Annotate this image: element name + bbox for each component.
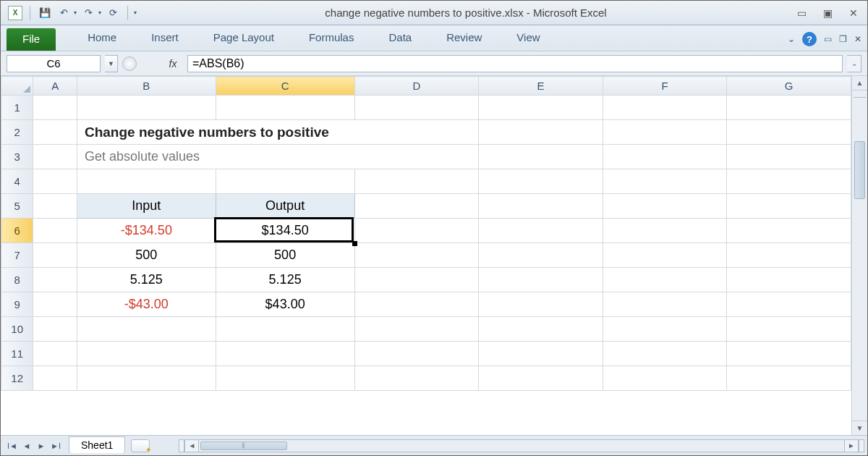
expand-formula-bar-icon[interactable]: ⌄	[847, 55, 861, 72]
scroll-down-icon[interactable]: ▼	[852, 421, 867, 435]
sheet-tab-bar: I◄ ◄ ► ►I Sheet1 ◄ ►	[1, 435, 867, 455]
tab-formulas[interactable]: Formulas	[292, 27, 372, 51]
title-bar: X 💾 ↶▾ ↷▾ ⟳ ▾ change negative numbers to…	[1, 1, 867, 25]
row-header-3[interactable]: 3	[1, 145, 33, 169]
row-header-6[interactable]: 6	[1, 219, 33, 243]
close-icon[interactable]: ✕	[847, 7, 860, 20]
cancel-formula-icon[interactable]	[122, 56, 137, 71]
tab-home[interactable]: Home	[70, 27, 134, 51]
cell-b7[interactable]: 500	[77, 243, 216, 268]
col-header-d[interactable]: D	[354, 77, 479, 96]
next-sheet-icon[interactable]: ►	[34, 439, 48, 453]
cell-b6[interactable]: -$134.50	[77, 219, 216, 243]
sheet-tab-1[interactable]: Sheet1	[69, 436, 125, 453]
worksheet-grid[interactable]: A B C D E F G 1 2 Change negative number…	[1, 76, 851, 435]
col-header-f[interactable]: F	[603, 77, 727, 96]
col-header-g[interactable]: G	[727, 77, 851, 96]
tab-review[interactable]: Review	[429, 27, 499, 51]
vertical-scrollbar[interactable]: ▲ ▼	[851, 76, 867, 435]
maximize-icon[interactable]: ▣	[821, 7, 834, 20]
row-header-10[interactable]: 10	[1, 317, 33, 342]
select-all-corner[interactable]	[1, 77, 33, 96]
minimize-icon[interactable]: ▭	[795, 7, 808, 20]
col-header-c[interactable]: C	[216, 77, 354, 96]
tab-page-layout[interactable]: Page Layout	[196, 27, 292, 51]
row-header-2[interactable]: 2	[1, 120, 33, 145]
quick-access-toolbar: X 💾 ↶▾ ↷▾ ⟳ ▾	[8, 6, 137, 20]
excel-icon[interactable]: X	[8, 6, 22, 20]
redo-icon[interactable]: ↷	[81, 6, 95, 20]
scroll-left-icon[interactable]: ◄	[184, 439, 199, 452]
undo-icon[interactable]: ↶	[56, 6, 71, 20]
name-box-dropdown-icon[interactable]: ▼	[105, 55, 118, 72]
col-header-e[interactable]: E	[479, 77, 603, 96]
scroll-up-icon[interactable]: ▲	[852, 76, 867, 90]
file-tab[interactable]: File	[7, 28, 56, 51]
row-header-9[interactable]: 9	[1, 292, 33, 317]
cell-c5[interactable]: Output	[216, 194, 354, 219]
tab-view[interactable]: View	[499, 27, 557, 51]
hscroll-thumb[interactable]	[200, 442, 287, 450]
window-title: change negative numbers to positive.xlsx…	[137, 7, 795, 19]
tab-insert[interactable]: Insert	[134, 27, 196, 51]
cell-b9[interactable]: -$43.00	[77, 292, 216, 317]
horizontal-scrollbar[interactable]: ◄ ►	[179, 439, 864, 452]
fx-icon[interactable]: fx	[163, 55, 183, 72]
row-header-12[interactable]: 12	[1, 366, 33, 391]
fill-handle[interactable]	[352, 241, 357, 246]
row-header-8[interactable]: 8	[1, 268, 33, 292]
formula-bar: C6 ▼ fx =ABS(B6) ⌄	[1, 51, 867, 76]
sheet-title[interactable]: Change negative numbers to positive	[77, 120, 478, 145]
cell-c7[interactable]: 500	[216, 243, 354, 268]
tab-data[interactable]: Data	[371, 27, 429, 51]
row-header-11[interactable]: 11	[1, 342, 33, 366]
last-sheet-icon[interactable]: ►I	[48, 439, 63, 453]
hscroll-split[interactable]	[179, 439, 184, 452]
row-header-5[interactable]: 5	[1, 194, 33, 219]
help-icon[interactable]: ?	[802, 32, 817, 46]
cell-b8[interactable]: 5.125	[77, 268, 216, 292]
workbook-minimize-icon[interactable]: ▭	[824, 34, 832, 44]
formula-input[interactable]: =ABS(B6)	[187, 55, 843, 72]
ribbon: File Home Insert Page Layout Formulas Da…	[1, 25, 867, 51]
first-sheet-icon[interactable]: I◄	[5, 439, 20, 453]
scroll-right-icon[interactable]: ►	[844, 439, 859, 452]
col-header-a[interactable]: A	[33, 77, 77, 96]
refresh-icon[interactable]: ⟳	[106, 6, 120, 20]
row-header-4[interactable]: 4	[1, 169, 33, 194]
cell-c8[interactable]: 5.125	[216, 268, 354, 292]
save-icon[interactable]: 💾	[38, 6, 52, 20]
row-header-1[interactable]: 1	[1, 96, 33, 120]
new-sheet-icon[interactable]	[131, 439, 150, 452]
workbook-restore-icon[interactable]: ❐	[839, 34, 847, 44]
cell-c6[interactable]: $134.50	[216, 219, 354, 243]
row-header-7[interactable]: 7	[1, 243, 33, 268]
workbook-close-icon[interactable]: ✕	[854, 34, 861, 44]
prev-sheet-icon[interactable]: ◄	[20, 439, 34, 453]
sheet-subtitle[interactable]: Get absolute values	[77, 145, 478, 169]
cell-c9[interactable]: $43.00	[216, 292, 354, 317]
vscroll-thumb[interactable]	[854, 141, 865, 199]
col-header-b[interactable]: B	[77, 77, 216, 96]
cell-b5[interactable]: Input	[77, 194, 216, 219]
name-box[interactable]: C6	[7, 55, 101, 72]
ribbon-minimize-icon[interactable]: ⌄	[788, 34, 795, 44]
